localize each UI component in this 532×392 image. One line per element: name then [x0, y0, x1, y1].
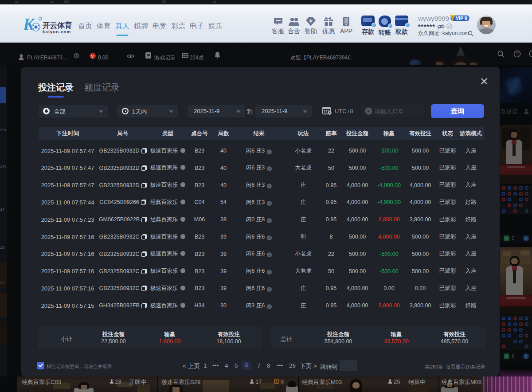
svg-text:V: V [91, 54, 94, 59]
svg-text:?: ? [516, 51, 519, 56]
svg-text:局: 局 [367, 110, 371, 114]
svg-text:VIP 9: VIP 9 [456, 16, 467, 21]
